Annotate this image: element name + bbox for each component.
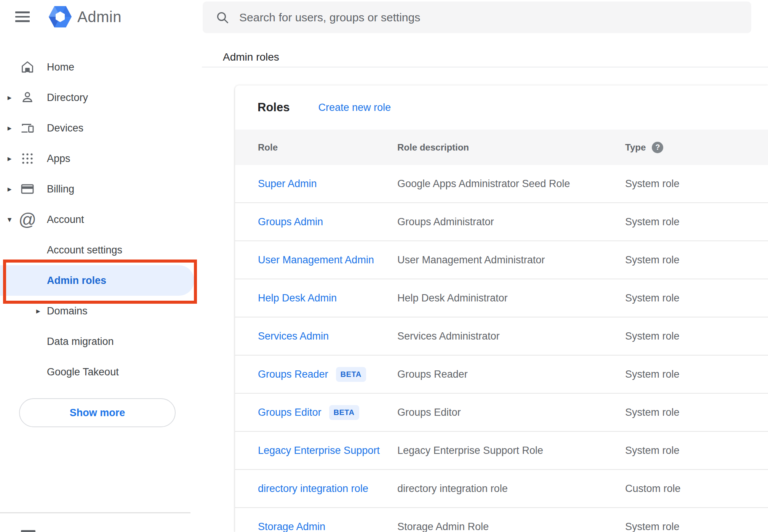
role-description: Groups Administrator <box>397 216 625 228</box>
search-icon <box>216 11 229 24</box>
sidebar-item-apps[interactable]: ▸ Apps <box>0 143 202 174</box>
role-description: User Management Administrator <box>397 254 625 266</box>
role-description: Groups Editor <box>397 407 625 418</box>
breadcrumb: Admin roles <box>223 51 279 63</box>
expand-arrow-icon[interactable]: ▸ <box>36 306 47 316</box>
hamburger-bar <box>15 20 30 22</box>
search-input[interactable] <box>238 11 740 24</box>
role-type: Custom role <box>625 483 768 495</box>
role-cell: Super Admin <box>235 178 397 190</box>
table-header-row: Role Role description Type ? <box>235 130 768 165</box>
role-cell: User Management Admin <box>235 254 397 266</box>
sidebar-item-label: Admin roles <box>47 275 106 287</box>
account-at-icon: @ <box>20 212 35 227</box>
table-row: Super Admin Google Apps Administrator Se… <box>235 165 768 203</box>
role-description: Services Administrator <box>397 330 625 342</box>
sidebar-item-label: Directory <box>47 92 88 104</box>
role-type: System role <box>625 178 768 190</box>
role-cell: Groups Admin <box>235 216 397 228</box>
apps-icon <box>20 151 35 166</box>
show-more-button[interactable]: Show more <box>19 398 176 427</box>
role-link[interactable]: directory integration role <box>258 483 368 495</box>
sidebar-item-data-migration[interactable]: Data migration <box>0 326 202 357</box>
role-link[interactable]: Legacy Enterprise Support <box>258 445 380 457</box>
role-description: Legacy Enterprise Support Role <box>397 445 625 457</box>
role-description: directory integration role <box>397 483 625 495</box>
role-cell: Groups Reader BETA <box>235 367 397 382</box>
expand-arrow-icon[interactable]: ▸ <box>5 93 14 102</box>
role-link[interactable]: Groups Reader <box>258 369 328 380</box>
role-type: System role <box>625 216 768 228</box>
role-link[interactable]: Services Admin <box>258 330 329 342</box>
sidebar-item-label: Data migration <box>47 336 114 348</box>
app-title: Admin <box>77 6 122 28</box>
partially-visible-icon <box>21 530 35 532</box>
table-row: Groups Admin Groups Administrator System… <box>235 203 768 241</box>
role-cell: Services Admin <box>235 330 397 342</box>
role-link[interactable]: Groups Editor <box>258 407 322 418</box>
hamburger-bar <box>15 11 30 13</box>
table-row: Help Desk Admin Help Desk Administrator … <box>235 279 768 317</box>
hamburger-bar <box>15 16 30 18</box>
role-cell: Storage Admin <box>235 521 397 532</box>
table-row: Legacy Enterprise Support Legacy Enterpr… <box>235 432 768 470</box>
role-cell: directory integration role <box>235 483 397 495</box>
role-description: Google Apps Administrator Seed Role <box>397 178 625 190</box>
billing-icon <box>20 181 35 197</box>
table-row: Services Admin Services Administrator Sy… <box>235 317 768 356</box>
sidebar-bottom-divider <box>0 512 190 513</box>
role-link[interactable]: Super Admin <box>258 178 317 190</box>
sidebar-item-label: Domains <box>47 305 88 317</box>
collapse-arrow-icon[interactable]: ▾ <box>5 215 14 224</box>
table-row: User Management Admin User Management Ad… <box>235 241 768 279</box>
table-row: Groups Editor BETA Groups Editor System … <box>235 394 768 432</box>
beta-badge: BETA <box>329 405 359 420</box>
expand-arrow-icon[interactable]: ▸ <box>5 184 14 194</box>
sidebar-item-label: Apps <box>47 153 70 165</box>
sidebar-item-google-takeout[interactable]: Google Takeout <box>0 357 202 387</box>
role-link[interactable]: Groups Admin <box>258 216 323 228</box>
column-header-description: Role description <box>397 142 625 153</box>
role-description: Help Desk Administrator <box>397 292 625 304</box>
roles-panel: Roles Create new role Role Role descript… <box>235 85 768 532</box>
sidebar-item-devices[interactable]: ▸ Devices <box>0 113 202 143</box>
sidebar-item-label: Account <box>47 214 84 226</box>
column-header-role: Role <box>235 142 397 153</box>
content-divider <box>202 67 768 67</box>
hamburger-menu-icon[interactable] <box>15 8 34 26</box>
role-description: Groups Reader <box>397 369 625 380</box>
sidebar-item-home[interactable]: Home <box>0 52 202 82</box>
sidebar-item-label: Billing <box>47 183 74 195</box>
role-type: System role <box>625 445 768 457</box>
sidebar-item-label: Home <box>47 61 74 73</box>
role-link[interactable]: Storage Admin <box>258 521 325 532</box>
sidebar-item-label: Devices <box>47 122 83 134</box>
devices-icon <box>20 120 35 136</box>
table-row: Storage Admin Storage Admin Role System … <box>235 508 768 532</box>
role-type: System role <box>625 292 768 304</box>
sidebar-nav: Home ▸ Directory ▸ Devices <box>0 52 202 387</box>
sidebar-item-account[interactable]: ▾ @ Account <box>0 204 202 235</box>
role-type: System role <box>625 369 768 380</box>
help-icon[interactable]: ? <box>652 142 663 153</box>
expand-arrow-icon[interactable]: ▸ <box>5 154 14 163</box>
home-icon <box>20 59 35 75</box>
sidebar-item-domains[interactable]: ▸ Domains <box>0 296 202 326</box>
sidebar-item-billing[interactable]: ▸ Billing <box>0 174 202 204</box>
role-cell: Help Desk Admin <box>235 292 397 304</box>
show-more-label: Show more <box>70 407 125 419</box>
role-link[interactable]: Help Desk Admin <box>258 292 337 304</box>
role-link[interactable]: User Management Admin <box>258 254 374 266</box>
panel-title: Roles <box>258 101 290 114</box>
role-type: System role <box>625 521 768 532</box>
sidebar-item-admin-roles[interactable]: Admin roles <box>0 265 194 296</box>
sidebar-item-account-settings[interactable]: Account settings <box>0 235 202 265</box>
expand-arrow-icon[interactable]: ▸ <box>5 123 14 133</box>
sidebar-item-directory[interactable]: ▸ Directory <box>0 82 202 113</box>
role-type: System role <box>625 330 768 342</box>
create-new-role-link[interactable]: Create new role <box>318 102 391 114</box>
role-cell: Legacy Enterprise Support <box>235 445 397 457</box>
role-description: Storage Admin Role <box>397 521 625 532</box>
search-bar[interactable] <box>203 2 751 33</box>
table-row: Groups Reader BETA Groups Reader System … <box>235 356 768 394</box>
